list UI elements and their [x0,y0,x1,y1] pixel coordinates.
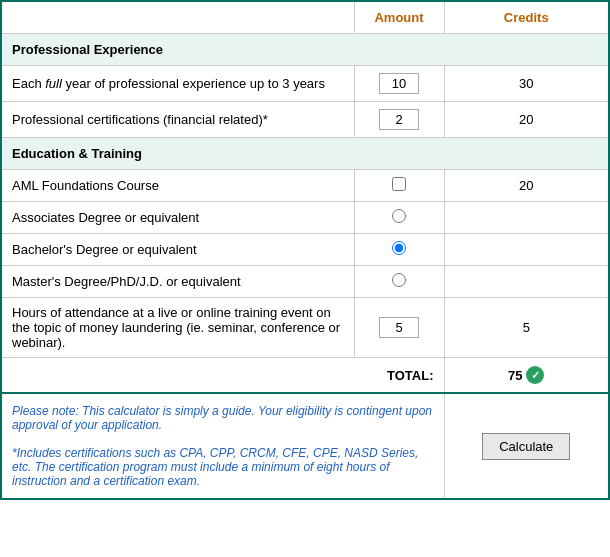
amount-input[interactable] [379,73,419,94]
row-credits: 20 [444,102,609,138]
table-row: Each full year of professional experienc… [1,66,609,102]
row-label: Hours of attendance at a live or online … [1,298,354,358]
credits-header: Credits [444,1,609,34]
header-label-cell [1,1,354,34]
row-credits [444,234,609,266]
row-credits [444,266,609,298]
total-number: 75 [508,368,522,383]
radio-input[interactable] [392,209,406,223]
total-row: TOTAL:75✓ [1,358,609,394]
calculate-button[interactable]: Calculate [482,433,570,460]
row-amount-cell [354,170,444,202]
row-amount-cell [354,202,444,234]
row-amount-cell [354,66,444,102]
total-label: TOTAL: [354,358,444,394]
main-table: Amount Credits Professional ExperienceEa… [0,0,610,500]
row-amount-cell [354,266,444,298]
table-row: AML Foundations Course20 [1,170,609,202]
table-header: Amount Credits [1,1,609,34]
row-label: Associates Degree or equivalent [1,202,354,234]
row-credits: 30 [444,66,609,102]
amount-input[interactable] [379,317,419,338]
row-credits: 5 [444,298,609,358]
row-amount-cell [354,102,444,138]
table-row: Associates Degree or equivalent [1,202,609,234]
check-circle-icon: ✓ [526,366,544,384]
row-amount-cell [354,234,444,266]
row-credits [444,202,609,234]
section-header-row: Education & Training [1,138,609,170]
row-label: Bachelor's Degree or equivalent [1,234,354,266]
table-row: Professional certifications (financial r… [1,102,609,138]
total-credits-value: 75✓ [444,358,609,394]
row-credits: 20 [444,170,609,202]
table-row: Hours of attendance at a live or online … [1,298,609,358]
amount-header: Amount [354,1,444,34]
table-row: Bachelor's Degree or equivalent [1,234,609,266]
table-row: Master's Degree/PhD/J.D. or equivalent [1,266,609,298]
checkbox-input[interactable] [392,177,406,191]
row-amount-cell [354,298,444,358]
radio-input[interactable] [392,241,406,255]
section-header-row: Professional Experience [1,34,609,66]
footnote-text: Please note: This calculator is simply a… [1,393,444,499]
section-header-label: Professional Experience [1,34,609,66]
row-label: AML Foundations Course [1,170,354,202]
footnote-note1: Please note: This calculator is simply a… [12,404,432,432]
footnote-row: Please note: This calculator is simply a… [1,393,609,499]
row-label: Each full year of professional experienc… [1,66,354,102]
footnote-action-cell: Calculate [444,393,609,499]
total-empty [1,358,354,394]
row-label: Professional certifications (financial r… [1,102,354,138]
amount-input[interactable] [379,109,419,130]
footnote-note2: *Includes certifications such as CPA, CP… [12,446,418,488]
section-header-label: Education & Training [1,138,609,170]
row-label: Master's Degree/PhD/J.D. or equivalent [1,266,354,298]
radio-input[interactable] [392,273,406,287]
